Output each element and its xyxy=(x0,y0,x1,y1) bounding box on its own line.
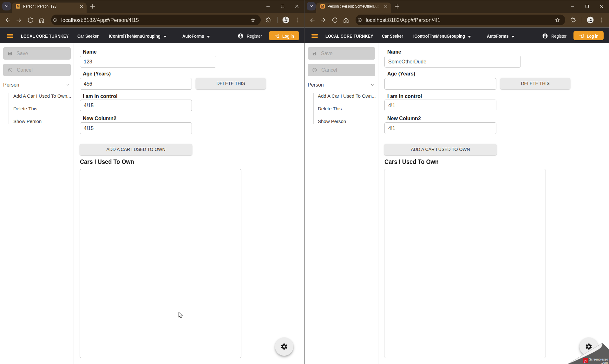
svg-text:p: p xyxy=(584,359,586,363)
svg-text:.com: .com xyxy=(601,361,608,364)
